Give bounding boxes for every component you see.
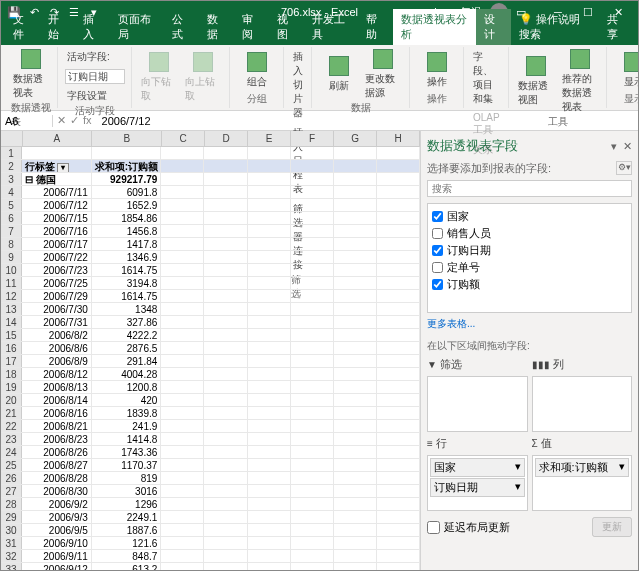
change-source-button[interactable]: 更改数据源 [363,49,403,101]
cell[interactable]: 2006/9/10 [22,537,92,549]
area-columns-box[interactable] [532,376,633,432]
area-rows-box[interactable]: 国家▾订购日期▾ [427,455,528,511]
cell[interactable]: 2006/7/31 [22,316,92,328]
row-header[interactable]: 5 [1,199,22,211]
row-header[interactable]: 10 [1,264,22,276]
cell[interactable]: 1200.8 [92,381,162,393]
row-header[interactable]: 24 [1,446,22,458]
cell[interactable]: 4004.28 [92,368,162,380]
cell[interactable]: 1346.9 [92,251,162,263]
cell[interactable]: 行标签▾ [22,160,92,172]
worksheet[interactable]: A B C D E F G H 12行标签▾求和项:订购额3⊟ 德国929217… [1,131,420,571]
fx-icon[interactable]: fx [83,114,92,127]
row-header[interactable]: 15 [1,329,22,341]
tab-help[interactable]: 帮助 [358,9,393,45]
row-header[interactable]: 30 [1,524,22,536]
table-row[interactable]: 332006/9/12613.2 [1,563,420,571]
share-button[interactable]: 共享 [599,9,634,45]
cell[interactable]: 1614.75 [92,290,162,302]
table-row[interactable]: 3⊟ 德国929217.79 [1,173,420,186]
table-row[interactable]: 122006/7/291614.75 [1,290,420,303]
cell[interactable]: 2006/7/17 [22,238,92,250]
more-tables-link[interactable]: 更多表格... [427,317,632,331]
row-header[interactable]: 21 [1,407,22,419]
cell[interactable]: 848.7 [92,550,162,562]
cell[interactable]: 2249.1 [92,511,162,523]
row-header[interactable]: 12 [1,290,22,302]
row-header[interactable]: 25 [1,459,22,471]
row-header[interactable]: 29 [1,511,22,523]
tab-layout[interactable]: 页面布局 [110,9,164,45]
row-header[interactable]: 1 [1,147,22,159]
cell[interactable]: 2006/9/11 [22,550,92,562]
pivot-chart-button[interactable]: 数据透视图 [516,56,556,108]
insert-slicer-button[interactable]: 插入切片器 [291,49,305,121]
cell[interactable]: 2006/7/23 [22,264,92,276]
table-row[interactable]: 72006/7/161456.8 [1,225,420,238]
cell[interactable]: 327.86 [92,316,162,328]
table-row[interactable]: 52006/7/121652.9 [1,199,420,212]
tab-pivot-analyze[interactable]: 数据透视表分析 [393,9,476,45]
field-settings-button[interactable]: 字段设置 [65,88,109,104]
row-header[interactable]: 4 [1,186,22,198]
row-header[interactable]: 13 [1,303,22,315]
field-checkbox[interactable] [432,262,443,273]
field-checkbox[interactable] [432,279,443,290]
cell[interactable]: 2006/8/21 [22,420,92,432]
refresh-button[interactable]: 刷新 [319,56,359,94]
defer-checkbox[interactable] [427,521,440,534]
cell[interactable]: 2006/8/2 [22,329,92,341]
chevron-down-icon[interactable]: ▾ [515,460,521,475]
row-header[interactable]: 20 [1,394,22,406]
col-header[interactable]: G [334,131,377,146]
cell[interactable]: 929217.79 [92,173,162,185]
name-box[interactable]: A6 [1,115,53,127]
chevron-down-icon[interactable]: ▾ [619,460,625,475]
table-row[interactable]: 232006/8/231414.8 [1,433,420,446]
table-row[interactable]: 182006/8/124004.28 [1,368,420,381]
row-header[interactable]: 8 [1,238,22,250]
table-row[interactable]: 82006/7/171417.8 [1,238,420,251]
row-header[interactable]: 31 [1,537,22,549]
row-header[interactable]: 33 [1,563,22,571]
table-row[interactable]: 62006/7/151854.86 [1,212,420,225]
actions-button[interactable]: 操作 [417,52,457,90]
col-header[interactable]: D [205,131,248,146]
cell[interactable]: 1839.8 [92,407,162,419]
table-row[interactable]: 192006/8/131200.8 [1,381,420,394]
table-row[interactable]: 202006/8/14420 [1,394,420,407]
cell[interactable]: 2006/8/13 [22,381,92,393]
area-item[interactable]: 求和项:订购额▾ [535,458,630,477]
cell[interactable]: 1170.37 [92,459,162,471]
cell[interactable]: 6091.8 [92,186,162,198]
table-row[interactable]: 102006/7/231614.75 [1,264,420,277]
cell[interactable]: 1887.6 [92,524,162,536]
table-row[interactable]: 112006/7/253194.8 [1,277,420,290]
cell[interactable]: 241.9 [92,420,162,432]
cell[interactable]: 613.2 [92,563,162,571]
row-header[interactable]: 7 [1,225,22,237]
col-header[interactable]: H [377,131,420,146]
cell[interactable]: 3194.8 [92,277,162,289]
row-header[interactable]: 3 [1,173,22,185]
table-row[interactable]: 152006/8/24222.2 [1,329,420,342]
select-all-corner[interactable] [1,131,23,146]
field-item[interactable]: 订购额 [432,276,627,293]
group-button[interactable]: 组合 [237,52,277,90]
tab-formulas[interactable]: 公式 [164,9,199,45]
cell[interactable]: 2006/7/11 [22,186,92,198]
tab-insert[interactable]: 插入 [75,9,110,45]
col-header[interactable]: F [291,131,334,146]
cell[interactable]: 2006/8/23 [22,433,92,445]
col-header[interactable]: E [248,131,291,146]
field-item[interactable]: 销售人员 [432,225,627,242]
table-row[interactable]: 242006/8/261743.36 [1,446,420,459]
cell[interactable]: 2006/7/12 [22,199,92,211]
row-header[interactable]: 32 [1,550,22,562]
row-header[interactable]: 18 [1,368,22,380]
table-row[interactable]: 212006/8/161839.8 [1,407,420,420]
table-row[interactable]: 162006/8/62876.5 [1,342,420,355]
cell[interactable] [92,147,162,159]
table-row[interactable]: 252006/8/271170.37 [1,459,420,472]
cell[interactable]: 2006/9/2 [22,498,92,510]
